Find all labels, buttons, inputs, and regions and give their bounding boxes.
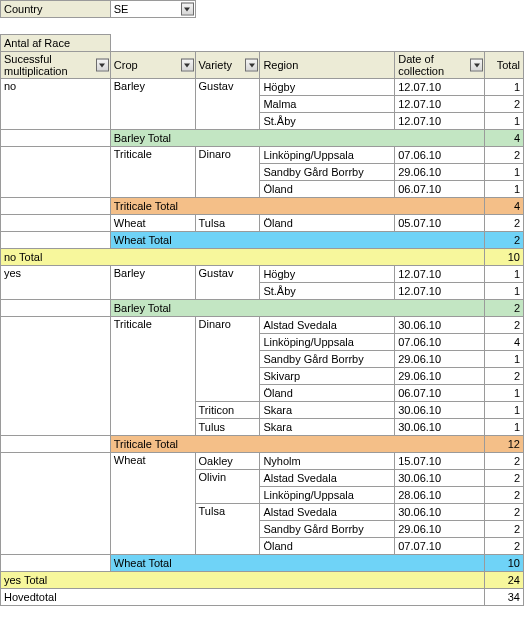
yes-total-label: yes Total — [1, 572, 485, 589]
no-total-label: no Total — [1, 249, 485, 266]
group-yes: yes — [1, 266, 111, 300]
group-total-row: no Total 10 — [1, 249, 524, 266]
subtotal-row: Barley Total 4 — [1, 130, 524, 147]
table-row: Triticale Dinaro Linköping/Uppsala 07.06… — [1, 147, 524, 164]
barley-total-label: Barley Total — [110, 130, 484, 147]
header-crop[interactable]: Crop — [110, 52, 195, 79]
table-row: yes Barley Gustav Högby 12.07.10 1 — [1, 266, 524, 283]
subtotal-row: Triticale Total 4 — [1, 198, 524, 215]
crop-cell: Barley — [110, 79, 195, 130]
group-total-row: yes Total 24 — [1, 572, 524, 589]
dropdown-icon[interactable] — [181, 3, 194, 16]
grand-total-row: Hovedtotal 34 — [1, 589, 524, 606]
filter-icon[interactable] — [245, 59, 258, 72]
subtotal-row: Wheat Total 2 — [1, 232, 524, 249]
table-row: no Barley Gustav Högby 12.07.10 1 — [1, 79, 524, 96]
filter-row: Country SE — [1, 1, 524, 18]
header-region: Region — [260, 52, 395, 79]
subtotal-row: Triticale Total 12 — [1, 436, 524, 453]
filter-icon[interactable] — [181, 59, 194, 72]
subtotal-row: Wheat Total 10 — [1, 555, 524, 572]
header-date[interactable]: Date of collection — [395, 52, 485, 79]
subtotal-row: Barley Total 2 — [1, 300, 524, 317]
header-variety[interactable]: Variety — [195, 52, 260, 79]
pivot-table: Country SE Antal af Race Sucessful multi… — [0, 0, 524, 606]
yes-total-value: 24 — [485, 572, 524, 589]
grand-total-label: Hovedtotal — [1, 589, 485, 606]
table-row: Wheat Tulsa Öland 05.07.10 2 — [1, 215, 524, 232]
country-select[interactable]: SE — [110, 1, 195, 18]
no-total-value: 10 — [485, 249, 524, 266]
barley-total-value: 4 — [485, 130, 524, 147]
variety-cell: Gustav — [195, 79, 260, 130]
header-total: Total — [485, 52, 524, 79]
table-row: Triticale Dinaro Alstad Svedala 30.06.10… — [1, 317, 524, 334]
pivot-title: Antal af Race — [1, 35, 111, 52]
group-no: no — [1, 79, 111, 130]
filter-icon[interactable] — [96, 59, 109, 72]
header-multiplication[interactable]: Sucessful multiplication — [1, 52, 111, 79]
table-row: Wheat Oakley Nyholm 15.07.10 2 — [1, 453, 524, 470]
column-headers: Sucessful multiplication Crop Variety Re… — [1, 52, 524, 79]
country-value: SE — [114, 3, 129, 15]
filter-icon[interactable] — [470, 59, 483, 72]
country-label: Country — [1, 1, 111, 18]
grand-total-value: 34 — [485, 589, 524, 606]
